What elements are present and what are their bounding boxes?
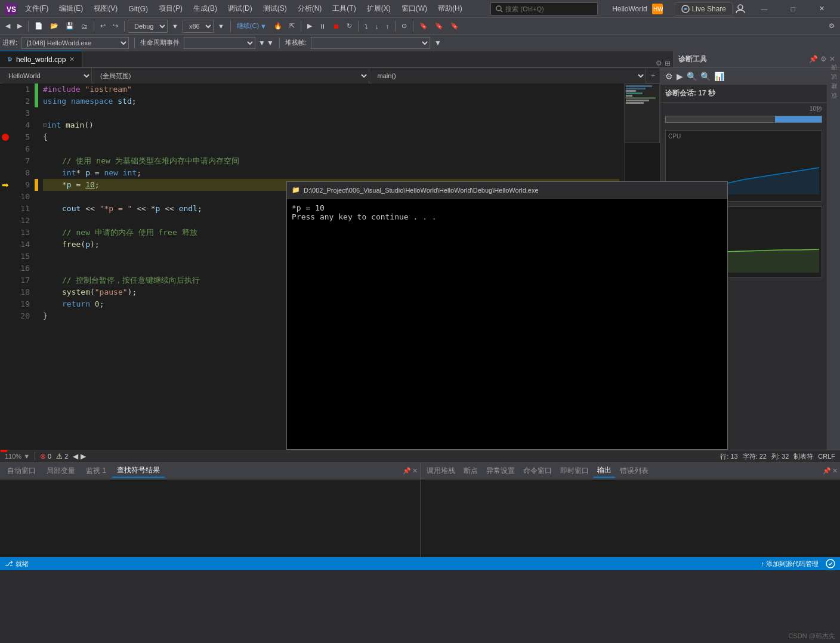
tab-immediate[interactable]: 即时窗口 xyxy=(557,465,592,477)
step-into-btn[interactable]: ↓ xyxy=(372,21,382,31)
namespace-selector[interactable]: (全局范围) xyxy=(94,68,369,84)
add-section-btn[interactable]: + xyxy=(648,72,657,80)
maximize-button[interactable]: □ xyxy=(779,0,807,18)
diag-icon-memory[interactable]: 🔍 xyxy=(687,72,697,81)
bp-19[interactable] xyxy=(0,298,11,310)
diag-pin-icon[interactable]: 📌 xyxy=(809,55,818,63)
v-tab-3[interactable]: 建 xyxy=(829,89,839,99)
nav-back[interactable]: ◀ xyxy=(73,452,78,460)
bottom-right-close[interactable]: ✕ xyxy=(832,467,838,475)
save-btn[interactable]: 💾 xyxy=(63,21,77,31)
editor-split-icon[interactable]: ⊞ xyxy=(665,59,671,67)
bp-18[interactable] xyxy=(0,286,11,298)
menu-file[interactable]: 文件(F) xyxy=(20,1,53,16)
bp-1[interactable] xyxy=(0,84,11,95)
zoom-level[interactable]: 110% ▼ xyxy=(5,453,30,460)
bottom-left-close[interactable]: ✕ xyxy=(412,467,418,475)
bp-14[interactable] xyxy=(0,239,11,251)
lifecycle-dropdown[interactable] xyxy=(184,37,255,49)
redo-btn[interactable]: ↪ xyxy=(110,21,121,31)
bp-17[interactable] xyxy=(0,274,11,286)
scope-selector[interactable]: HelloWorld xyxy=(2,68,92,84)
menu-build[interactable]: 生成(B) xyxy=(189,1,222,16)
debug-config-dropdown[interactable]: Debug xyxy=(128,20,168,33)
tab-auto-window[interactable]: 自动窗口 xyxy=(2,465,41,477)
bp-12[interactable] xyxy=(0,215,11,227)
open-btn[interactable]: 📂 xyxy=(47,21,61,31)
bp-13[interactable] xyxy=(0,227,11,239)
platform-dropdown[interactable]: x86 xyxy=(183,20,214,33)
tab-hello-world-cpp[interactable]: ⚙ hello_world.cpp ✕ xyxy=(0,51,82,67)
filter-btn[interactable]: ▼ xyxy=(258,39,265,47)
diag-icon-settings[interactable]: ⚙ xyxy=(665,72,673,81)
step-out-btn[interactable]: ↑ xyxy=(382,21,392,31)
debug-dropdown-arrow[interactable]: ▼ xyxy=(169,21,181,31)
add-source-control[interactable]: ↑ 添加到源代码管理 xyxy=(761,559,819,568)
minimize-button[interactable]: — xyxy=(751,0,778,18)
cursor-btn[interactable]: ⇱ xyxy=(286,21,298,31)
bp-3[interactable] xyxy=(0,107,11,119)
v-tab-2[interactable]: 试 xyxy=(829,80,839,89)
bp-10[interactable] xyxy=(0,191,11,203)
settings-btn[interactable]: ⚙ xyxy=(826,21,838,31)
tab-locals[interactable]: 局部变量 xyxy=(42,465,80,477)
bookmark3-btn[interactable]: 🔖 xyxy=(447,21,462,31)
diag-icon-chart[interactable]: 📊 xyxy=(714,72,724,81)
breakpoints-btn[interactable]: ⊙ xyxy=(399,21,410,31)
fwd-btn[interactable]: ▶ xyxy=(14,21,25,31)
diag-settings-icon[interactable]: ⚙ xyxy=(820,55,827,63)
v-tab-4[interactable]: 议 xyxy=(829,99,839,109)
tab-error-list[interactable]: 错误列表 xyxy=(616,465,652,477)
menu-analyze[interactable]: 分析(N) xyxy=(293,1,327,16)
diag-close-icon[interactable]: ✕ xyxy=(829,55,835,63)
undo-btn[interactable]: ↩ xyxy=(97,21,109,31)
v-tab-1[interactable]: 调 xyxy=(829,70,839,80)
bp-4[interactable] xyxy=(0,119,11,131)
callstack-dropdown[interactable] xyxy=(311,37,430,49)
tab-find-symbol[interactable]: 查找符号结果 xyxy=(112,464,165,478)
menu-extensions[interactable]: 扩展(X) xyxy=(362,1,396,16)
filter2-btn[interactable]: ▼ xyxy=(267,39,274,47)
tab-command[interactable]: 命令窗口 xyxy=(520,465,555,477)
bookmark2-btn[interactable]: 🔖 xyxy=(432,21,446,31)
tab-callstack[interactable]: 调用堆栈 xyxy=(423,465,459,477)
menu-debug[interactable]: 调试(D) xyxy=(223,1,257,16)
menu-tools[interactable]: 工具(T) xyxy=(328,1,360,16)
platform-dropdown-arrow[interactable]: ▼ xyxy=(215,21,227,31)
diag-icon-search[interactable]: 🔍 xyxy=(700,72,711,81)
fire-btn[interactable]: 🔥 xyxy=(271,21,285,31)
bp-7[interactable] xyxy=(0,155,11,167)
console-body[interactable]: *p = 10 Press any key to continue . . . xyxy=(287,199,727,449)
function-selector[interactable]: main() xyxy=(372,68,647,84)
nav-fwd[interactable]: ▶ xyxy=(81,452,86,460)
tab-watch[interactable]: 监视 1 xyxy=(81,465,111,477)
menu-test[interactable]: 测试(S) xyxy=(258,1,292,16)
restart-btn[interactable]: ↻ xyxy=(344,21,355,31)
menu-project[interactable]: 项目(P) xyxy=(154,1,187,16)
bp-6[interactable] xyxy=(0,143,11,155)
new-file-btn[interactable]: 📄 xyxy=(32,21,46,31)
tab-close-btn[interactable]: ✕ xyxy=(69,55,75,63)
continue-btn[interactable]: 继续(C) ▼ xyxy=(234,20,270,32)
close-button[interactable]: ✕ xyxy=(808,0,835,18)
continue-dropdown[interactable]: ▼ xyxy=(260,23,267,30)
bp-11[interactable] xyxy=(0,203,11,215)
back-btn[interactable]: ◀ xyxy=(2,21,13,31)
live-share-button[interactable]: Live Share xyxy=(675,2,733,16)
menu-help[interactable]: 帮助(H) xyxy=(433,1,467,16)
bp-15[interactable] xyxy=(0,251,11,262)
bp-5[interactable] xyxy=(0,131,11,143)
bp-9[interactable]: ➡ xyxy=(0,179,11,191)
stop-btn[interactable]: ⏹ xyxy=(330,21,342,31)
step-over-btn[interactable]: ⤵ xyxy=(362,21,371,31)
menu-window[interactable]: 窗口(W) xyxy=(397,1,432,16)
bp-20[interactable] xyxy=(0,310,11,322)
bottom-left-pin[interactable]: 📌 xyxy=(403,467,411,475)
search-input[interactable] xyxy=(505,5,589,13)
menu-edit[interactable]: 编辑(E) xyxy=(54,1,88,16)
bookmark1-btn[interactable]: 🔖 xyxy=(416,21,431,31)
play-btn[interactable]: ▶ xyxy=(304,21,315,31)
pause-btn[interactable]: ⏸ xyxy=(316,21,329,31)
bottom-right-pin[interactable]: 📌 xyxy=(823,467,831,475)
tab-breakpoints[interactable]: 断点 xyxy=(460,465,481,477)
